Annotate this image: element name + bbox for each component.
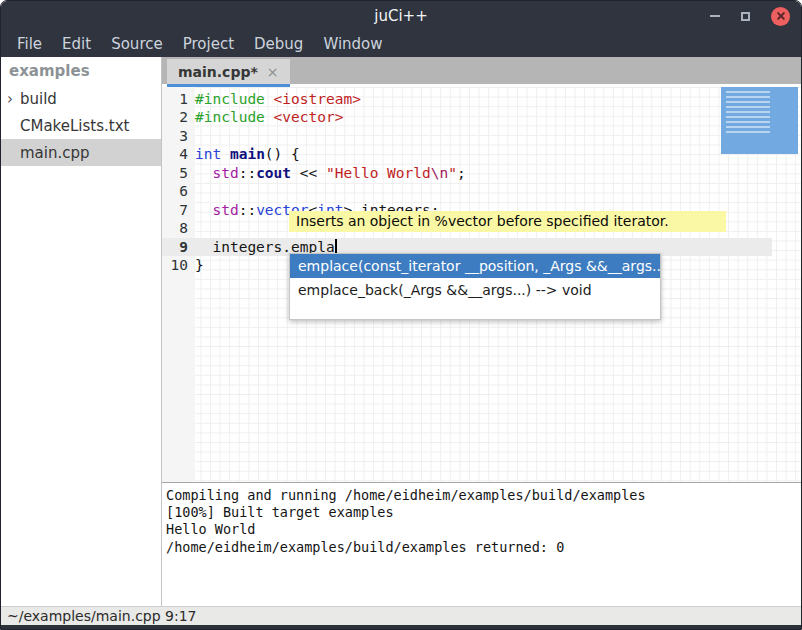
code-line-text: #include <vector> (195, 108, 801, 126)
status-bar: ~/examples/main.cpp 9:17 (1, 606, 801, 625)
line-number: 6 (162, 182, 195, 200)
close-button[interactable] (771, 7, 790, 26)
sidebar-item-label: main.cpp (18, 144, 90, 162)
menu-item-source[interactable]: Source (101, 33, 173, 55)
main-area: examples ›buildCMakeLists.txtmain.cpp ma… (1, 57, 801, 606)
signature-tooltip: Inserts an object in %vector before spec… (289, 211, 726, 232)
editor-column: main.cpp* × 1#include <iostream>2#includ… (162, 57, 801, 606)
app-window: juCi++ FileEditSourceProjectDebugWindow … (0, 0, 802, 630)
project-name-header: examples (1, 57, 161, 85)
code-line-text: #include <iostream> (195, 90, 801, 108)
sidebar-item-label: build (18, 90, 57, 108)
completion-item[interactable]: emplace_back(_Args &&__args...) --> void (290, 278, 660, 302)
code-line-text (195, 127, 801, 145)
sidebar-item-label: CMakeLists.txt (18, 117, 129, 135)
line-number: 8 (162, 219, 195, 237)
completion-item[interactable]: emplace(const_iterator __position, _Args… (290, 254, 660, 278)
line-number: 9 (162, 238, 195, 256)
sidebar-item-build[interactable]: ›build (1, 85, 161, 112)
line-number: 10 (162, 256, 195, 274)
menu-item-file[interactable]: File (7, 33, 52, 55)
terminal-panel[interactable]: Compiling and running /home/eidheim/exam… (162, 483, 801, 606)
line-number: 3 (162, 127, 195, 145)
terminal-line: /home/eidheim/examples/build/examples re… (166, 539, 797, 556)
tab-close-icon[interactable]: × (267, 64, 279, 80)
line-number: 2 (162, 108, 195, 126)
sidebar-item-main-cpp[interactable]: main.cpp (1, 139, 161, 166)
completion-popup: emplace(const_iterator __position, _Args… (289, 253, 661, 320)
restore-button[interactable] (741, 12, 750, 21)
code-line[interactable]: 5 std::cout << "Hello World\n"; (162, 164, 801, 182)
tab-bar: main.cpp* × (162, 57, 801, 84)
window-bottom-border (1, 625, 801, 629)
code-line-text: int main() { (195, 145, 801, 163)
code-line[interactable]: 3 (162, 127, 801, 145)
window-title: juCi++ (1, 1, 801, 31)
file-tree-panel: examples ›buildCMakeLists.txtmain.cpp (1, 57, 162, 606)
terminal-line: Compiling and running /home/eidheim/exam… (166, 487, 797, 504)
menu-item-debug[interactable]: Debug (244, 33, 313, 55)
text-caret (335, 239, 337, 254)
menu-item-window[interactable]: Window (313, 33, 392, 55)
window-controls (710, 1, 790, 31)
terminal-line: [100%] Built target examples (166, 504, 797, 521)
tab-main-cpp[interactable]: main.cpp* × (167, 59, 290, 84)
menu-item-edit[interactable]: Edit (52, 33, 101, 55)
code-line[interactable]: 4int main() { (162, 145, 801, 163)
minimize-button[interactable] (710, 15, 720, 17)
code-line[interactable]: 2#include <vector> (162, 108, 801, 126)
line-number: 4 (162, 145, 195, 163)
sidebar-item-cmakelists-txt[interactable]: CMakeLists.txt (1, 112, 161, 139)
file-tree: ›buildCMakeLists.txtmain.cpp (1, 85, 161, 166)
code-line[interactable]: 6 (162, 182, 801, 200)
code-line[interactable]: 1#include <iostream> (162, 90, 801, 108)
code-line-text (195, 182, 801, 200)
terminal-line: Hello World (166, 521, 797, 538)
menu-item-project[interactable]: Project (173, 33, 244, 55)
menu-bar: FileEditSourceProjectDebugWindow (1, 31, 801, 57)
code-area: 1#include <iostream>2#include <vector>34… (162, 90, 801, 274)
code-line-text: std::cout << "Hello World\n"; (195, 164, 801, 182)
status-file-position: ~/examples/main.cpp 9:17 (7, 608, 197, 624)
minimap-overview[interactable] (721, 87, 798, 154)
chevron-right-icon: › (1, 90, 18, 108)
line-number: 5 (162, 164, 195, 182)
title-bar[interactable]: juCi++ (1, 1, 801, 31)
editor-panel[interactable]: 1#include <iostream>2#include <vector>34… (162, 87, 801, 482)
line-number: 7 (162, 201, 195, 219)
tab-label: main.cpp* (178, 64, 258, 80)
line-number: 1 (162, 90, 195, 108)
